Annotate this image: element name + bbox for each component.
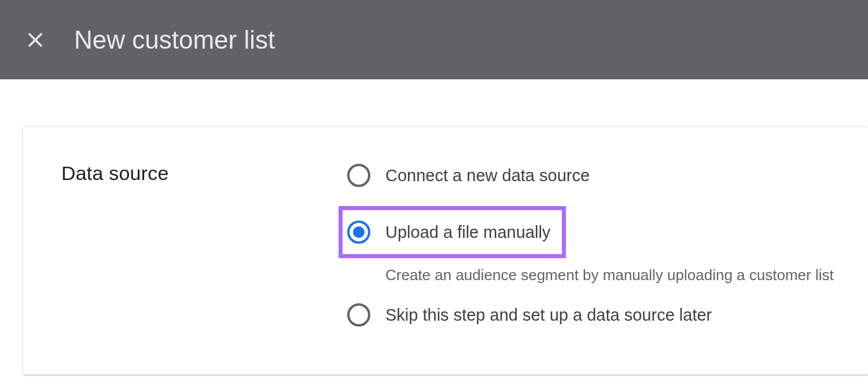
dialog-title: New customer list bbox=[74, 25, 275, 54]
radio-label: Skip this step and set up a data source … bbox=[385, 306, 712, 325]
radio-option-connect-new[interactable]: Connect a new data source bbox=[347, 162, 834, 189]
data-source-section: Data source Connect a new data source Up… bbox=[23, 162, 868, 328]
option-description: Create an audience segment by manually u… bbox=[385, 266, 834, 284]
radio-option-skip-step[interactable]: Skip this step and set up a data source … bbox=[347, 302, 834, 328]
content-card: Data source Connect a new data source Up… bbox=[23, 127, 868, 375]
close-icon[interactable] bbox=[24, 29, 46, 51]
radio-unchecked-icon bbox=[347, 303, 370, 326]
radio-option-upload-file[interactable]: Upload a file manually bbox=[339, 206, 566, 258]
radio-options-group: Connect a new data source Upload a file … bbox=[347, 162, 834, 328]
radio-checked-icon bbox=[347, 221, 370, 244]
dialog-header: New customer list bbox=[0, 0, 868, 79]
radio-unchecked-icon bbox=[347, 164, 370, 187]
section-label: Data source bbox=[23, 162, 347, 185]
radio-label: Connect a new data source bbox=[385, 166, 590, 185]
radio-label: Upload a file manually bbox=[385, 223, 550, 242]
